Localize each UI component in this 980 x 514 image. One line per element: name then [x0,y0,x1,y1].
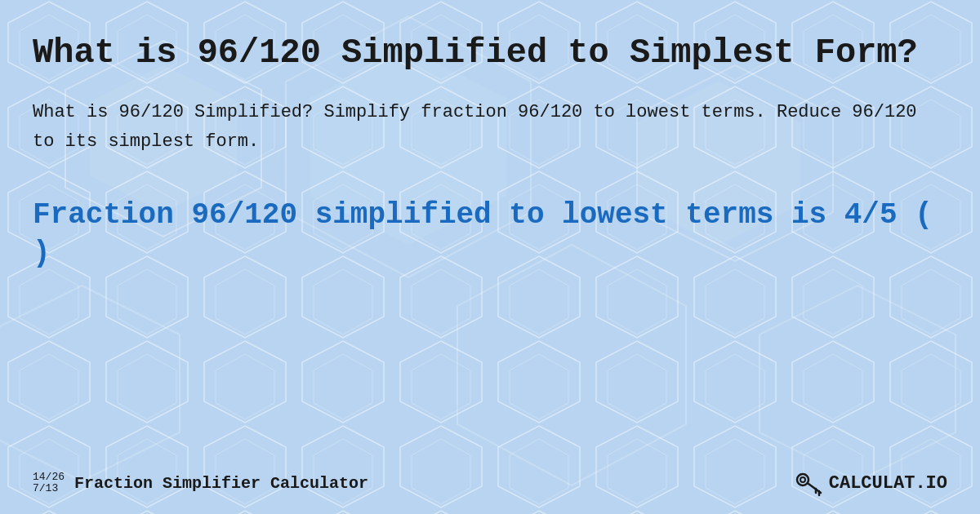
calculat-logo: CALCULAT.IO [829,473,947,494]
svg-point-14 [800,477,805,482]
footer: 14/26 7/13 Fraction Simplifier Calculato… [0,468,980,498]
result-section: Fraction 96/120 simplified to lowest ter… [33,197,947,273]
footer-right: CALCULAT.IO [793,468,947,498]
description-text: What is 96/120 Simplified? Simplify frac… [33,98,947,155]
fraction-bottom: 7/13 [33,483,65,494]
footer-title: Fraction Simplifier Calculator [74,474,368,493]
footer-left: 14/26 7/13 Fraction Simplifier Calculato… [33,472,368,495]
fraction-top: 14/26 [33,472,65,483]
result-text: Fraction 96/120 simplified to lowest ter… [33,197,947,273]
key-icon [793,468,822,498]
fraction-stack: 14/26 7/13 [33,472,65,495]
svg-point-13 [797,474,808,485]
page-title: What is 96/120 Simplified to Simplest Fo… [33,33,947,73]
